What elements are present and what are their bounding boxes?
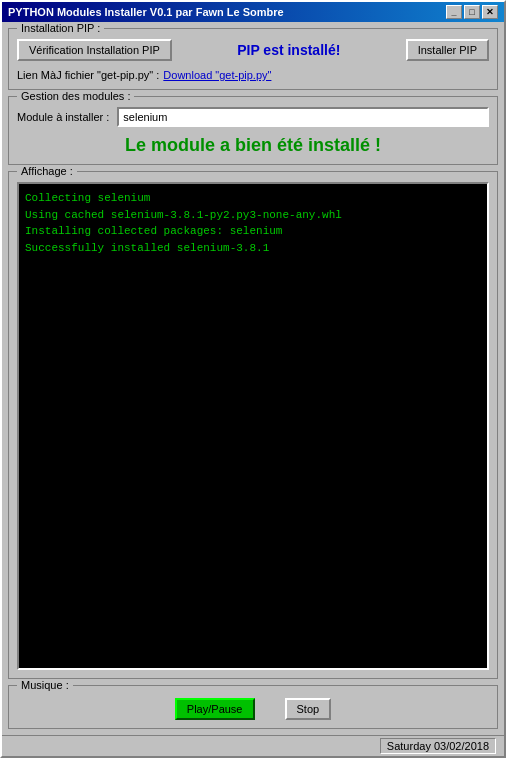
terminal-output[interactable]: Collecting seleniumUsing cached selenium… [17,182,489,670]
title-bar: PYTHON Modules Installer V0.1 par Fawn L… [2,2,504,22]
module-group: Gestion des modules : Module à installer… [8,96,498,165]
maximize-button[interactable]: □ [464,5,480,19]
title-bar-buttons: _ □ ✕ [446,5,498,19]
download-pip-link[interactable]: Download "get-pip.py" [163,69,271,81]
date-status: Saturday 03/02/2018 [380,738,496,754]
affichage-group-label: Affichage : [17,165,77,177]
module-label: Module à installer : [17,111,109,123]
pip-group-label: Installation PIP : [17,22,104,34]
terminal-line: Collecting selenium [25,190,481,207]
main-window: PYTHON Modules Installer V0.1 par Fawn L… [0,0,506,758]
close-button[interactable]: ✕ [482,5,498,19]
music-group: Musique : Play/Pause Stop [8,685,498,729]
terminal-line: Installing collected packages: selenium [25,223,481,240]
pip-group: Installation PIP : Vérification Installa… [8,28,498,90]
pip-installed-text: PIP est installé! [180,42,398,58]
verify-pip-button[interactable]: Vérification Installation PIP [17,39,172,61]
pip-link-label: Lien MàJ fichier "get-pip.py" : [17,69,159,81]
minimize-button[interactable]: _ [446,5,462,19]
module-input[interactable] [117,107,489,127]
success-message: Le module a bien été installé ! [17,135,489,156]
terminal-line: Successfully installed selenium-3.8.1 [25,240,481,257]
affichage-group: Affichage : Collecting seleniumUsing cac… [8,171,498,679]
window-body: Installation PIP : Vérification Installa… [2,22,504,735]
module-row: Module à installer : [17,107,489,127]
music-group-label: Musique : [17,679,73,691]
terminal-line: Using cached selenium-3.8.1-py2.py3-none… [25,207,481,224]
module-group-label: Gestion des modules : [17,90,134,102]
window-title: PYTHON Modules Installer V0.1 par Fawn L… [8,6,284,18]
pip-buttons-row: Vérification Installation PIP PIP est in… [17,39,489,61]
stop-button[interactable]: Stop [285,698,332,720]
status-bar: Saturday 03/02/2018 [2,735,504,756]
install-pip-button[interactable]: Installer PIP [406,39,489,61]
play-pause-button[interactable]: Play/Pause [175,698,255,720]
pip-link-row: Lien MàJ fichier "get-pip.py" : Download… [17,69,489,81]
music-buttons-row: Play/Pause Stop [17,698,489,720]
